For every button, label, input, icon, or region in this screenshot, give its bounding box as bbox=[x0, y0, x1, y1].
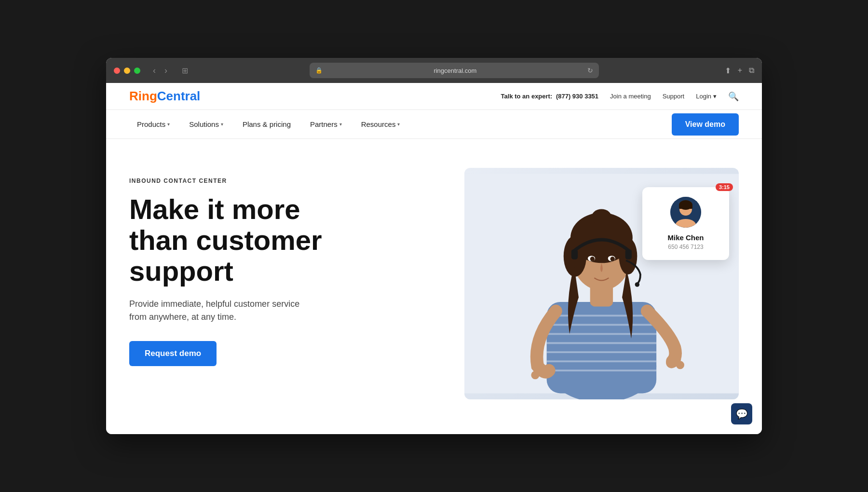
browser-actions: ⬆ + ⧉ bbox=[725, 66, 754, 75]
svg-point-19 bbox=[610, 257, 615, 261]
url-text: ringcentral.com bbox=[326, 67, 583, 74]
hero-right: 3:15 Mike Chen bbox=[464, 168, 739, 407]
login-label: Login bbox=[696, 93, 711, 100]
hero-section: INBOUND CONTACT CENTER Make it more than… bbox=[106, 139, 762, 426]
nav-plans-pricing[interactable]: Plans & pricing bbox=[235, 116, 298, 132]
svg-point-18 bbox=[590, 257, 595, 261]
lock-icon: 🔒 bbox=[315, 67, 323, 74]
top-right-nav: Talk to an expert: (877) 930 3351 Join a… bbox=[501, 91, 739, 102]
call-timer-badge: 3:15 bbox=[716, 183, 733, 191]
chat-widget-button[interactable]: 💬 bbox=[731, 403, 752, 424]
hero-left: INBOUND CONTACT CENTER Make it more than… bbox=[129, 168, 464, 407]
back-button[interactable]: ‹ bbox=[150, 65, 159, 77]
new-tab-icon[interactable]: + bbox=[738, 66, 742, 75]
chat-icon: 💬 bbox=[736, 408, 748, 420]
svg-point-13 bbox=[592, 209, 612, 225]
nav-items: Products ▾ Solutions ▾ Plans & pricing P… bbox=[129, 116, 407, 132]
sidebar-icon: ⊞ bbox=[182, 66, 188, 75]
reload-icon[interactable]: ↻ bbox=[587, 67, 593, 74]
svg-point-22 bbox=[635, 282, 639, 287]
svg-rect-21 bbox=[625, 249, 632, 260]
traffic-lights bbox=[114, 68, 140, 74]
hero-headline-line1: Make it more bbox=[129, 193, 300, 225]
hero-subtext-line2: from anywhere, at any time. bbox=[129, 312, 236, 322]
caller-number: 650 456 7123 bbox=[652, 244, 719, 250]
top-bar: RingCentral Talk to an expert: (877) 930… bbox=[106, 83, 762, 110]
nav-resources-label: Resources bbox=[361, 120, 396, 128]
share-icon[interactable]: ⬆ bbox=[725, 66, 731, 75]
logo-central: Central bbox=[157, 89, 201, 103]
website-content: RingCentral Talk to an expert: (877) 930… bbox=[106, 83, 762, 434]
call-card: 3:15 Mike Chen bbox=[642, 187, 729, 260]
view-demo-button[interactable]: View demo bbox=[672, 113, 739, 136]
tabs-icon[interactable]: ⧉ bbox=[749, 66, 754, 75]
support-link[interactable]: Support bbox=[663, 93, 685, 100]
forward-button[interactable]: › bbox=[162, 65, 170, 77]
nav-buttons: ‹ › bbox=[150, 65, 170, 77]
svg-point-24 bbox=[531, 371, 540, 379]
maximize-button[interactable] bbox=[134, 68, 140, 74]
logo[interactable]: RingCentral bbox=[129, 89, 200, 104]
svg-rect-32 bbox=[679, 205, 692, 209]
hero-subtext-line1: Provide immediate, helpful customer serv… bbox=[129, 299, 299, 309]
svg-rect-20 bbox=[571, 249, 578, 260]
nav-partners[interactable]: Partners ▾ bbox=[302, 116, 350, 132]
solutions-chevron-icon: ▾ bbox=[221, 122, 223, 127]
svg-point-27 bbox=[676, 361, 684, 369]
hero-eyebrow: INBOUND CONTACT CENTER bbox=[129, 178, 445, 184]
nav-partners-label: Partners bbox=[310, 120, 338, 128]
resources-chevron-icon: ▾ bbox=[397, 122, 400, 127]
browser-chrome: ‹ › ⊞ 🔒 ringcentral.com ↻ ⬆ + ⧉ bbox=[106, 58, 762, 83]
avatar-svg bbox=[670, 197, 701, 228]
login-chevron: ▾ bbox=[713, 93, 717, 100]
main-nav: Products ▾ Solutions ▾ Plans & pricing P… bbox=[106, 110, 762, 139]
login-button[interactable]: Login ▾ bbox=[696, 93, 717, 100]
caller-avatar bbox=[670, 197, 701, 228]
hero-headline: Make it more than customer support bbox=[129, 194, 445, 286]
nav-plans-label: Plans & pricing bbox=[243, 120, 291, 128]
search-icon[interactable]: 🔍 bbox=[728, 91, 739, 102]
nav-solutions[interactable]: Solutions ▾ bbox=[181, 116, 231, 132]
hero-subtext: Provide immediate, helpful customer serv… bbox=[129, 298, 361, 324]
phone-number[interactable]: (877) 930 3351 bbox=[556, 93, 598, 100]
caller-name: Mike Chen bbox=[652, 233, 719, 242]
minimize-button[interactable] bbox=[124, 68, 130, 74]
close-button[interactable] bbox=[114, 68, 120, 74]
partners-chevron-icon: ▾ bbox=[339, 122, 342, 127]
nav-solutions-label: Solutions bbox=[189, 120, 219, 128]
address-bar[interactable]: 🔒 ringcentral.com ↻ bbox=[310, 63, 599, 78]
hero-headline-line3: support bbox=[129, 255, 233, 287]
logo-ring: Ring bbox=[129, 89, 157, 103]
request-demo-button[interactable]: Request demo bbox=[129, 341, 217, 366]
join-meeting-link[interactable]: Join a meeting bbox=[610, 93, 651, 100]
talk-expert: Talk to an expert: (877) 930 3351 bbox=[501, 93, 599, 100]
products-chevron-icon: ▾ bbox=[167, 122, 170, 127]
nav-products[interactable]: Products ▾ bbox=[129, 116, 177, 132]
nav-products-label: Products bbox=[137, 120, 165, 128]
nav-resources[interactable]: Resources ▾ bbox=[353, 116, 408, 132]
hero-headline-line2: than customer bbox=[129, 224, 322, 256]
